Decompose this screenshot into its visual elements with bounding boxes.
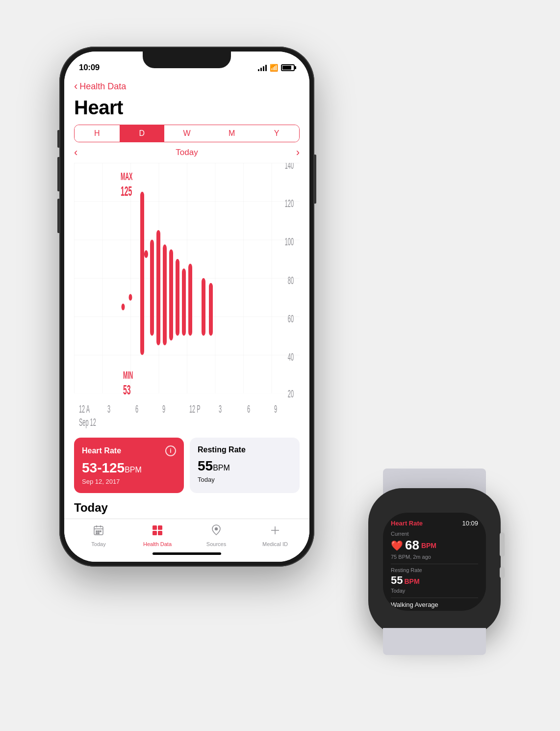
heart-rate-card[interactable]: Heart Rate i 53-125BPM Sep 12, 2017 bbox=[74, 438, 184, 493]
resting-rate-unit: BPM bbox=[213, 464, 230, 472]
today-tab-icon bbox=[93, 524, 104, 539]
watch-resting-sub: Today bbox=[391, 588, 478, 594]
watch-current-row: ❤️ 68 BPM bbox=[391, 538, 478, 553]
iphone-vol-up-btn bbox=[57, 157, 59, 191]
svg-rect-41 bbox=[96, 533, 97, 534]
heart-rate-subtitle: Sep 12, 2017 bbox=[82, 478, 176, 485]
svg-rect-31 bbox=[188, 264, 192, 336]
watch-current-section: Current ❤️ 68 BPM 75 BPM, 2m ago bbox=[391, 531, 478, 560]
svg-rect-43 bbox=[153, 525, 157, 530]
svg-rect-29 bbox=[176, 259, 179, 336]
svg-rect-23 bbox=[140, 192, 144, 355]
watch-crown bbox=[500, 532, 505, 557]
iphone-silent-btn bbox=[57, 130, 59, 148]
watch-status-bar: Heart Rate 10:09 bbox=[391, 520, 478, 527]
tab-today[interactable]: Today bbox=[69, 524, 128, 547]
svg-rect-33 bbox=[209, 283, 213, 336]
scene: 10:09 📶 bbox=[35, 47, 525, 684]
svg-rect-46 bbox=[158, 531, 162, 535]
today-tab-label: Today bbox=[91, 541, 105, 547]
svg-text:9: 9 bbox=[274, 403, 277, 415]
svg-text:MAX: MAX bbox=[121, 171, 133, 183]
svg-rect-42 bbox=[98, 533, 99, 534]
health-data-tab-label: Health Data bbox=[143, 541, 172, 547]
resting-rate-card[interactable]: Resting Rate 55BPM Today bbox=[190, 438, 300, 493]
svg-rect-27 bbox=[163, 244, 167, 345]
tab-d[interactable]: D bbox=[120, 125, 165, 142]
heart-rate-card-title: Heart Rate i bbox=[82, 445, 176, 456]
iphone-screen: 10:09 📶 bbox=[64, 52, 309, 562]
watch-time: 10:09 bbox=[462, 520, 478, 527]
watch-resting-bpm: 55 bbox=[391, 574, 403, 587]
tab-health-data[interactable]: Health Data bbox=[128, 524, 187, 547]
svg-text:100: 100 bbox=[285, 236, 294, 248]
svg-text:80: 80 bbox=[288, 275, 294, 287]
next-date-button[interactable]: › bbox=[296, 146, 300, 159]
heart-rate-unit: BPM bbox=[125, 466, 142, 474]
svg-text:140: 140 bbox=[285, 163, 294, 171]
tab-sources[interactable]: Sources bbox=[187, 524, 246, 547]
watch-current-sub: 75 BPM, 2m ago bbox=[391, 554, 478, 560]
svg-rect-28 bbox=[169, 249, 173, 340]
svg-text:20: 20 bbox=[288, 388, 294, 400]
medical-id-tab-label: Medical ID bbox=[262, 541, 288, 547]
svg-point-22 bbox=[129, 294, 132, 301]
nav-back[interactable]: ‹ Health Data bbox=[64, 77, 309, 95]
svg-text:60: 60 bbox=[288, 313, 294, 325]
svg-text:6: 6 bbox=[135, 403, 138, 415]
svg-text:125: 125 bbox=[121, 183, 132, 198]
watch-walking-section: Walking Average bbox=[391, 601, 478, 608]
tab-bar: Today Health Data bbox=[64, 519, 309, 562]
svg-text:MIN: MIN bbox=[123, 369, 133, 381]
svg-point-21 bbox=[122, 304, 125, 311]
watch-body: Heart Rate 10:09 Current ❤️ 68 BPM 75 BP… bbox=[368, 488, 501, 635]
watch-app-title: Heart Rate bbox=[391, 520, 423, 527]
tab-m[interactable]: M bbox=[209, 125, 255, 142]
medical-id-tab-icon bbox=[269, 524, 281, 539]
status-time: 10:09 bbox=[79, 63, 100, 73]
svg-rect-0 bbox=[74, 163, 300, 393]
watch-resting-section: Resting Rate 55 BPM Today bbox=[391, 567, 478, 594]
battery-icon bbox=[281, 64, 295, 71]
today-section: Today bbox=[64, 499, 309, 519]
svg-rect-44 bbox=[158, 525, 162, 530]
svg-text:9: 9 bbox=[162, 403, 165, 415]
page-title: Heart bbox=[64, 95, 309, 125]
prev-date-button[interactable]: ‹ bbox=[74, 146, 77, 159]
watch-resting-label: Resting Rate bbox=[391, 567, 478, 573]
svg-rect-26 bbox=[156, 230, 160, 345]
watch-screen: Heart Rate 10:09 Current ❤️ 68 BPM 75 BP… bbox=[383, 513, 486, 611]
period-tabs: H D W M Y bbox=[74, 125, 300, 142]
svg-rect-30 bbox=[182, 268, 186, 336]
resting-rate-subtitle: Today bbox=[198, 476, 292, 483]
heart-rate-value: 53-125BPM bbox=[82, 460, 176, 476]
today-title: Today bbox=[74, 501, 300, 515]
chart-svg: 140 120 100 80 60 40 20 12 A 3 6 9 12 P … bbox=[74, 163, 300, 432]
status-icons: 📶 bbox=[258, 64, 295, 72]
svg-text:53: 53 bbox=[123, 382, 131, 397]
svg-text:12 P: 12 P bbox=[189, 403, 201, 415]
watch-current-bpm: 68 bbox=[405, 538, 419, 553]
tab-medical-id[interactable]: Medical ID bbox=[246, 524, 305, 547]
apple-watch-device: Heart Rate 10:09 Current ❤️ 68 BPM 75 BP… bbox=[358, 469, 510, 655]
svg-rect-40 bbox=[100, 531, 101, 532]
iphone-vol-down-btn bbox=[57, 199, 59, 233]
health-data-tab-icon bbox=[152, 524, 163, 539]
watch-side-button bbox=[500, 567, 505, 578]
date-nav: ‹ Today › bbox=[64, 142, 309, 163]
data-cards: Heart Rate i 53-125BPM Sep 12, 2017 Rest… bbox=[64, 432, 309, 499]
resting-rate-card-title: Resting Rate bbox=[198, 445, 292, 454]
info-icon[interactable]: i bbox=[165, 445, 176, 456]
svg-text:3: 3 bbox=[219, 403, 222, 415]
iphone-device: 10:09 📶 bbox=[59, 47, 314, 567]
tab-w[interactable]: W bbox=[164, 125, 209, 142]
current-date-label: Today bbox=[176, 148, 198, 157]
tab-y[interactable]: Y bbox=[254, 125, 299, 142]
svg-text:40: 40 bbox=[288, 351, 294, 363]
signal-icon bbox=[258, 64, 267, 71]
tab-h[interactable]: H bbox=[75, 125, 120, 142]
svg-rect-32 bbox=[202, 278, 205, 336]
home-indicator bbox=[153, 552, 221, 555]
sources-tab-label: Sources bbox=[206, 541, 226, 547]
back-label: Health Data bbox=[79, 81, 126, 92]
